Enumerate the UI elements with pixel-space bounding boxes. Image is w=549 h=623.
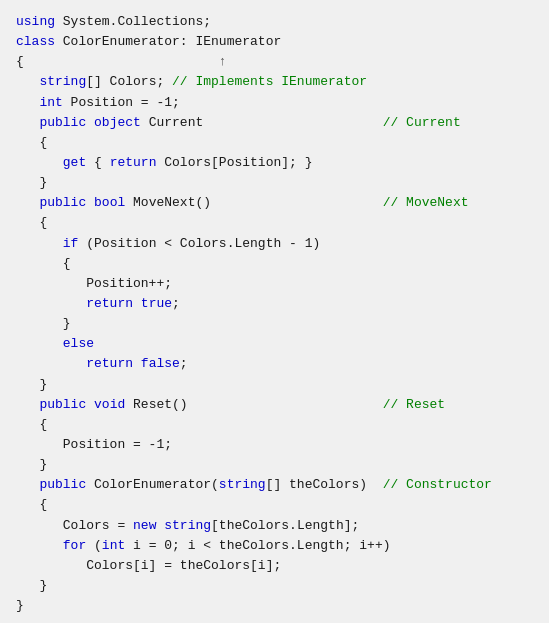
code-line: public void Reset() // Reset [16, 395, 533, 415]
code-line: } [16, 596, 533, 616]
code-line: { [16, 133, 533, 153]
code-editor: using System.Collections; class ColorEnu… [0, 0, 549, 623]
code-line: Colors = new string[theColors.Length]; [16, 516, 533, 536]
code-line: using System.Collections; [16, 12, 533, 32]
code-line: get { return Colors[Position]; } [16, 153, 533, 173]
code-line: { ↑ [16, 52, 533, 72]
code-line: } [16, 375, 533, 395]
code-line: { [16, 213, 533, 233]
code-line: return false; [16, 354, 533, 374]
code-line: class ColorEnumerator: IEnumerator [16, 32, 533, 52]
code-line: if (Position < Colors.Length - 1) [16, 234, 533, 254]
code-line: return true; [16, 294, 533, 314]
code-line: { [16, 495, 533, 515]
code-line: int Position = -1; [16, 93, 533, 113]
code-line: } [16, 314, 533, 334]
code-line: string[] Colors; // Implements IEnumerat… [16, 72, 533, 92]
code-line: public object Current // Current [16, 113, 533, 133]
code-line: Position = -1; [16, 435, 533, 455]
code-line: for (int i = 0; i < theColors.Length; i+… [16, 536, 533, 556]
code-line: public ColorEnumerator(string[] theColor… [16, 475, 533, 495]
code-line: else [16, 334, 533, 354]
code-line: } [16, 173, 533, 193]
code-line: { [16, 415, 533, 435]
code-line: } [16, 455, 533, 475]
code-line: Position++; [16, 274, 533, 294]
code-line: public bool MoveNext() // MoveNext [16, 193, 533, 213]
code-line: Colors[i] = theColors[i]; [16, 556, 533, 576]
code-line: { [16, 254, 533, 274]
code-line: } [16, 576, 533, 596]
